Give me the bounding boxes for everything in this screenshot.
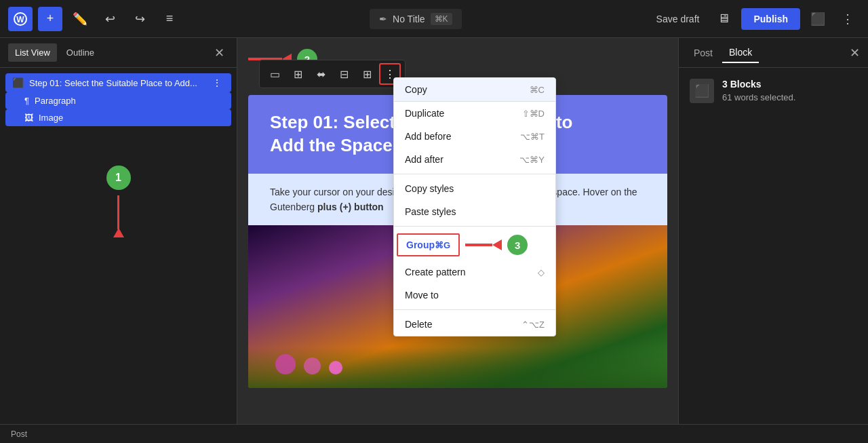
align-button[interactable]: ⊞ xyxy=(287,63,309,85)
arrow3-shaft xyxy=(465,244,492,246)
menu-divider-2 xyxy=(394,226,555,227)
image-label: Image xyxy=(39,113,63,123)
group-row: Group ⌘G 3 xyxy=(394,229,555,261)
tab-list-view[interactable]: List View xyxy=(8,43,57,62)
sidebar-item-image[interactable]: 🖼 Image xyxy=(5,109,231,126)
sidebar-item-heading[interactable]: ⬛ Step 01: Select the Suitable Place to … xyxy=(5,73,231,92)
block-type-button[interactable]: ▭ xyxy=(264,63,285,85)
add-after-label: Add after xyxy=(405,154,443,165)
copy-styles-label: Copy styles xyxy=(405,183,454,194)
tab-post[interactable]: Post xyxy=(687,43,719,62)
sidebar: List View Outline ✕ ⬛ Step 01: Select th… xyxy=(0,38,237,443)
columns-button[interactable]: ⊟ xyxy=(333,63,355,85)
step1-circle: 1 xyxy=(106,166,131,190)
view-button[interactable]: 🖥 xyxy=(711,7,736,31)
topbar: W + ✏️ ↩ ↪ ≡ ✒ No Title ⌘K Save draft 🖥 … xyxy=(0,0,868,38)
sidebar-item-list: ⬛ Step 01: Select the Suitable Place to … xyxy=(0,68,237,132)
menu-item-copy[interactable]: Copy ⌘C xyxy=(394,78,555,102)
blocks-count: 3 Blocks xyxy=(722,79,795,90)
move-to-label: Move to xyxy=(405,290,439,301)
post-title: No Title xyxy=(393,14,425,24)
grid-button[interactable]: ⊞ xyxy=(356,63,378,85)
right-panel-tabs: Post Block ✕ xyxy=(679,38,868,68)
shortcut-badge: ⌘K xyxy=(431,13,452,25)
menu-divider-3 xyxy=(394,309,555,310)
create-pattern-shortcut: ◇ xyxy=(538,267,545,277)
document-overview-button[interactable]: ≡ xyxy=(157,7,182,31)
duplicate-label: Duplicate xyxy=(405,108,444,119)
arrow-head-up xyxy=(113,228,124,237)
tab-outline[interactable]: Outline xyxy=(60,43,101,62)
menu-item-add-after[interactable]: Add after ⌥⌘Y xyxy=(394,148,555,171)
menu-item-create-pattern[interactable]: Create pattern ◇ xyxy=(394,261,555,284)
right-panel-content: ⬛ 3 Blocks 61 words selected. xyxy=(679,68,868,117)
group-label: Group xyxy=(406,239,435,250)
block-info: ⬛ 3 Blocks 61 words selected. xyxy=(690,79,857,106)
right-panel-close-button[interactable]: ✕ xyxy=(850,45,860,60)
create-pattern-label: Create pattern xyxy=(405,267,466,277)
paragraph-label: Paragraph xyxy=(35,96,76,106)
topbar-right: Save draft 🖥 Publish ⬛ ⋮ xyxy=(650,7,860,31)
heading-label: Step 01: Select the Suitable Place to Ad… xyxy=(29,78,204,88)
delete-label: Delete xyxy=(405,319,432,330)
tools-button[interactable]: ✏️ xyxy=(68,7,92,31)
add-before-label: Add before xyxy=(405,131,452,142)
heading-icon: ⬛ xyxy=(12,77,24,88)
block-toolbar: ▭ ⊞ ⬌ ⊟ ⊞ ⋮ xyxy=(259,60,406,88)
bottom-bar: Post xyxy=(0,424,868,443)
copy-label: Copy xyxy=(405,84,427,95)
heading-options-button[interactable]: ⋮ xyxy=(210,77,224,88)
arrow-shaft-up xyxy=(117,195,119,229)
editor-area[interactable]: ▭ ⊞ ⬌ ⊟ ⊞ ⋮ 2 Copy ⌘C Dup xyxy=(237,38,678,443)
delete-shortcut: ⌃⌥Z xyxy=(521,320,545,330)
image-icon: 🖼 xyxy=(24,113,33,123)
group-shortcut: ⌘G xyxy=(435,240,450,250)
save-draft-button[interactable]: Save draft xyxy=(650,9,707,28)
paste-styles-label: Paste styles xyxy=(405,206,456,217)
tab-block[interactable]: Block xyxy=(722,43,759,63)
wp-logo[interactable]: W xyxy=(8,7,33,31)
annotation3-container: 3 xyxy=(465,235,528,255)
add-after-shortcut: ⌥⌘Y xyxy=(519,155,545,165)
context-menu: Copy ⌘C Duplicate ⇧⌘D Add before ⌥⌘T Add… xyxy=(393,77,556,336)
bottom-bar-label: Post xyxy=(11,429,27,439)
add-block-button[interactable]: + xyxy=(38,7,62,31)
menu-item-copy-styles[interactable]: Copy styles xyxy=(394,177,555,200)
settings-button[interactable]: ⬛ xyxy=(806,7,830,31)
menu-divider-1 xyxy=(394,174,555,174)
right-panel: Post Block ✕ ⬛ 3 Blocks 61 words selecte… xyxy=(678,38,868,443)
paragraph-icon: ¶ xyxy=(24,96,29,106)
image-flowers xyxy=(275,354,640,374)
menu-item-group[interactable]: Group ⌘G xyxy=(397,233,460,256)
add-before-shortcut: ⌥⌘T xyxy=(520,132,545,142)
duplicate-shortcut: ⇧⌘D xyxy=(522,109,545,119)
block-toolbar-container: ▭ ⊞ ⬌ ⊟ ⊞ ⋮ 2 xyxy=(248,49,317,69)
arrow3-head xyxy=(492,239,502,250)
annotation3-circle: 3 xyxy=(507,235,528,255)
topbar-center: ✒ No Title ⌘K xyxy=(187,9,644,29)
sidebar-tabs: List View Outline ✕ xyxy=(0,38,237,68)
sidebar-item-paragraph[interactable]: ¶ Paragraph xyxy=(5,92,231,109)
edit-icon: ✒ xyxy=(379,14,387,24)
options-button[interactable]: ⋮ xyxy=(835,7,860,31)
title-area[interactable]: ✒ No Title ⌘K xyxy=(370,9,461,29)
undo-button[interactable]: ↩ xyxy=(98,7,122,31)
stretch-button[interactable]: ⬌ xyxy=(310,63,332,85)
copy-shortcut: ⌘C xyxy=(530,85,545,95)
words-selected: 61 words selected. xyxy=(722,92,795,102)
menu-item-delete[interactable]: Delete ⌃⌥Z xyxy=(394,313,555,336)
menu-item-add-before[interactable]: Add before ⌥⌘T xyxy=(394,125,555,148)
block-type-icon: ⬛ xyxy=(690,79,714,103)
step1-annotation: 1 xyxy=(0,152,237,237)
menu-item-duplicate[interactable]: Duplicate ⇧⌘D xyxy=(394,102,555,125)
svg-text:W: W xyxy=(16,15,24,24)
publish-button[interactable]: Publish xyxy=(741,8,800,30)
block-details: 3 Blocks 61 words selected. xyxy=(722,79,795,102)
redo-button[interactable]: ↪ xyxy=(127,7,152,31)
sidebar-close-button[interactable]: ✕ xyxy=(210,43,229,62)
main-layout: List View Outline ✕ ⬛ Step 01: Select th… xyxy=(0,38,868,443)
menu-item-move-to[interactable]: Move to xyxy=(394,284,555,307)
menu-item-paste-styles[interactable]: Paste styles xyxy=(394,200,555,223)
